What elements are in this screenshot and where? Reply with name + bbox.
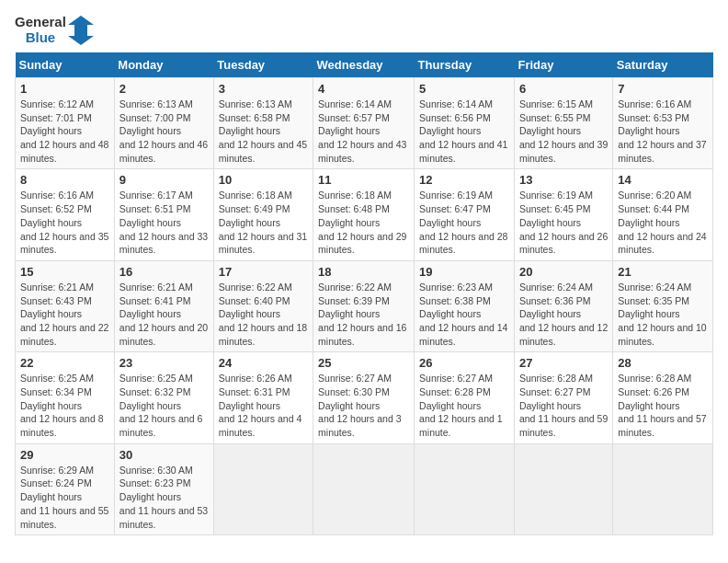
day-header-tuesday: Tuesday [213, 52, 313, 78]
day-header-saturday: Saturday [613, 52, 713, 78]
day-cell: 18Sunrise: 6:22 AMSunset: 6:39 PMDayligh… [313, 260, 415, 351]
day-cell: 6Sunrise: 6:15 AMSunset: 6:55 PMDaylight… [514, 78, 612, 169]
day-number: 17 [219, 265, 308, 279]
day-cell: 8Sunrise: 6:16 AMSunset: 6:52 PMDaylight… [16, 169, 115, 260]
day-info: Sunrise: 6:25 AMSunset: 6:34 PMDaylight … [20, 372, 109, 439]
day-header-wednesday: Wednesday [313, 52, 415, 78]
day-cell [313, 443, 415, 534]
day-cell: 4Sunrise: 6:14 AMSunset: 6:57 PMDaylight… [313, 78, 415, 169]
day-info: Sunrise: 6:30 AMSunset: 6:23 PMDaylight … [119, 464, 209, 531]
day-info: Sunrise: 6:13 AMSunset: 7:00 PMDaylight … [119, 98, 209, 165]
day-number: 7 [618, 82, 708, 96]
day-cell: 2Sunrise: 6:13 AMSunset: 7:00 PMDaylight… [114, 78, 213, 169]
day-cell: 22Sunrise: 6:25 AMSunset: 6:34 PMDayligh… [16, 352, 115, 443]
day-info: Sunrise: 6:17 AMSunset: 6:51 PMDaylight … [119, 189, 209, 256]
day-info: Sunrise: 6:22 AMSunset: 6:39 PMDaylight … [318, 281, 409, 348]
day-info: Sunrise: 6:24 AMSunset: 6:35 PMDaylight … [618, 281, 708, 348]
day-number: 6 [519, 82, 608, 96]
day-cell: 19Sunrise: 6:23 AMSunset: 6:38 PMDayligh… [415, 260, 515, 351]
day-info: Sunrise: 6:20 AMSunset: 6:44 PMDaylight … [618, 189, 708, 256]
day-cell: 17Sunrise: 6:22 AMSunset: 6:40 PMDayligh… [213, 260, 313, 351]
day-header-monday: Monday [114, 52, 213, 78]
day-info: Sunrise: 6:29 AMSunset: 6:24 PMDaylight … [20, 464, 109, 531]
day-info: Sunrise: 6:27 AMSunset: 6:30 PMDaylight … [318, 372, 409, 439]
day-cell: 27Sunrise: 6:28 AMSunset: 6:27 PMDayligh… [514, 352, 612, 443]
day-info: Sunrise: 6:12 AMSunset: 7:01 PMDaylight … [20, 98, 109, 165]
day-header-sunday: Sunday [16, 52, 115, 78]
day-info: Sunrise: 6:22 AMSunset: 6:40 PMDaylight … [219, 281, 308, 348]
day-info: Sunrise: 6:19 AMSunset: 6:45 PMDaylight … [519, 189, 608, 256]
day-cell: 24Sunrise: 6:26 AMSunset: 6:31 PMDayligh… [213, 352, 313, 443]
day-info: Sunrise: 6:21 AMSunset: 6:41 PMDaylight … [119, 281, 209, 348]
day-info: Sunrise: 6:28 AMSunset: 6:27 PMDaylight … [519, 372, 608, 439]
day-cell: 15Sunrise: 6:21 AMSunset: 6:43 PMDayligh… [16, 260, 115, 351]
week-row-5: 29Sunrise: 6:29 AMSunset: 6:24 PMDayligh… [16, 443, 713, 534]
day-info: Sunrise: 6:14 AMSunset: 6:57 PMDaylight … [318, 98, 409, 165]
calendar-table: SundayMondayTuesdayWednesdayThursdayFrid… [15, 52, 713, 535]
day-cell: 3Sunrise: 6:13 AMSunset: 6:58 PMDaylight… [213, 78, 313, 169]
day-number: 9 [119, 173, 209, 187]
day-info: Sunrise: 6:13 AMSunset: 6:58 PMDaylight … [219, 98, 308, 165]
day-number: 15 [20, 265, 109, 279]
day-number: 11 [318, 173, 409, 187]
day-number: 4 [318, 82, 409, 96]
day-number: 19 [419, 265, 509, 279]
day-info: Sunrise: 6:25 AMSunset: 6:32 PMDaylight … [119, 372, 209, 439]
day-number: 3 [219, 82, 308, 96]
day-info: Sunrise: 6:16 AMSunset: 6:52 PMDaylight … [20, 189, 109, 256]
day-cell: 26Sunrise: 6:27 AMSunset: 6:28 PMDayligh… [415, 352, 515, 443]
day-cell: 12Sunrise: 6:19 AMSunset: 6:47 PMDayligh… [415, 169, 515, 260]
day-number: 18 [318, 265, 409, 279]
day-info: Sunrise: 6:16 AMSunset: 6:53 PMDaylight … [618, 98, 708, 165]
day-header-row: SundayMondayTuesdayWednesdayThursdayFrid… [16, 52, 713, 78]
day-number: 27 [519, 356, 608, 370]
day-info: Sunrise: 6:21 AMSunset: 6:43 PMDaylight … [20, 281, 109, 348]
day-info: Sunrise: 6:15 AMSunset: 6:55 PMDaylight … [519, 98, 608, 165]
day-cell: 9Sunrise: 6:17 AMSunset: 6:51 PMDaylight… [114, 169, 213, 260]
week-row-1: 1Sunrise: 6:12 AMSunset: 7:01 PMDaylight… [16, 78, 713, 169]
day-number: 14 [618, 173, 708, 187]
day-header-thursday: Thursday [415, 52, 515, 78]
day-cell: 11Sunrise: 6:18 AMSunset: 6:48 PMDayligh… [313, 169, 415, 260]
day-cell: 13Sunrise: 6:19 AMSunset: 6:45 PMDayligh… [514, 169, 612, 260]
day-info: Sunrise: 6:19 AMSunset: 6:47 PMDaylight … [419, 189, 509, 256]
day-number: 2 [119, 82, 209, 96]
day-cell [514, 443, 612, 534]
day-cell: 5Sunrise: 6:14 AMSunset: 6:56 PMDaylight… [415, 78, 515, 169]
day-cell: 29Sunrise: 6:29 AMSunset: 6:24 PMDayligh… [16, 443, 115, 534]
day-cell: 16Sunrise: 6:21 AMSunset: 6:41 PMDayligh… [114, 260, 213, 351]
day-number: 10 [219, 173, 308, 187]
day-info: Sunrise: 6:23 AMSunset: 6:38 PMDaylight … [419, 281, 509, 348]
day-number: 13 [519, 173, 608, 187]
day-number: 21 [618, 265, 708, 279]
day-number: 30 [119, 448, 209, 462]
day-cell: 28Sunrise: 6:28 AMSunset: 6:26 PMDayligh… [613, 352, 713, 443]
day-header-friday: Friday [514, 52, 612, 78]
day-info: Sunrise: 6:24 AMSunset: 6:36 PMDaylight … [519, 281, 608, 348]
day-cell: 14Sunrise: 6:20 AMSunset: 6:44 PMDayligh… [613, 169, 713, 260]
day-cell [213, 443, 313, 534]
day-number: 16 [119, 265, 209, 279]
day-number: 26 [419, 356, 509, 370]
day-number: 29 [20, 448, 109, 462]
day-info: Sunrise: 6:18 AMSunset: 6:49 PMDaylight … [219, 189, 308, 256]
day-cell [613, 443, 713, 534]
day-info: Sunrise: 6:28 AMSunset: 6:26 PMDaylight … [618, 372, 708, 439]
day-cell: 10Sunrise: 6:18 AMSunset: 6:49 PMDayligh… [213, 169, 313, 260]
day-number: 20 [519, 265, 608, 279]
day-cell: 23Sunrise: 6:25 AMSunset: 6:32 PMDayligh… [114, 352, 213, 443]
day-cell: 21Sunrise: 6:24 AMSunset: 6:35 PMDayligh… [613, 260, 713, 351]
day-info: Sunrise: 6:18 AMSunset: 6:48 PMDaylight … [318, 189, 409, 256]
day-info: Sunrise: 6:27 AMSunset: 6:28 PMDaylight … [419, 372, 509, 439]
day-cell: 20Sunrise: 6:24 AMSunset: 6:36 PMDayligh… [514, 260, 612, 351]
day-number: 25 [318, 356, 409, 370]
week-row-3: 15Sunrise: 6:21 AMSunset: 6:43 PMDayligh… [16, 260, 713, 351]
day-cell [415, 443, 515, 534]
day-cell: 7Sunrise: 6:16 AMSunset: 6:53 PMDaylight… [613, 78, 713, 169]
day-number: 22 [20, 356, 109, 370]
day-cell: 25Sunrise: 6:27 AMSunset: 6:30 PMDayligh… [313, 352, 415, 443]
day-number: 8 [20, 173, 109, 187]
day-number: 12 [419, 173, 509, 187]
day-number: 23 [119, 356, 209, 370]
week-row-4: 22Sunrise: 6:25 AMSunset: 6:34 PMDayligh… [16, 352, 713, 443]
